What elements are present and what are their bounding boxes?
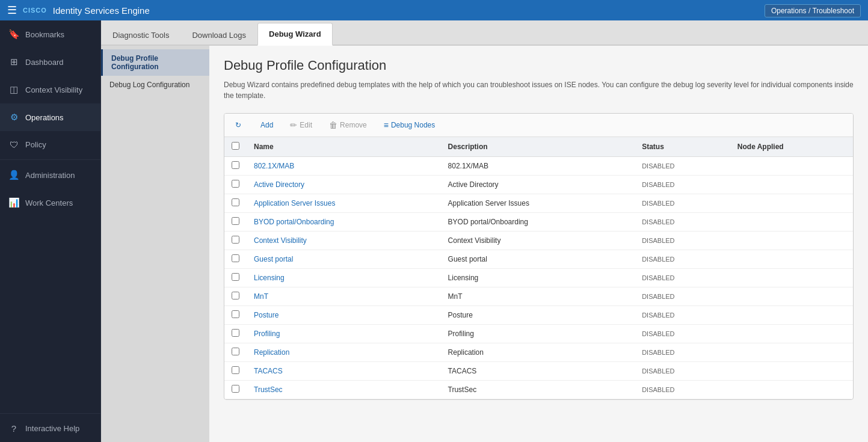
row-checkbox-cell — [224, 343, 247, 362]
content-area: Diagnostic Tools Download Logs Debug Wiz… — [101, 20, 868, 442]
sidebar-item-dashboard[interactable]: ⊞ Dashboard — [0, 48, 100, 76]
row-name[interactable]: TACACS — [247, 362, 441, 381]
row-name[interactable]: Replication — [247, 343, 441, 362]
row-name[interactable]: Application Server Issues — [247, 194, 441, 213]
row-node-applied — [730, 362, 853, 381]
row-checkbox[interactable] — [232, 217, 239, 225]
table-row: Profiling Profiling DISABLED — [224, 325, 853, 343]
th-description: Description — [441, 137, 635, 157]
row-checkbox[interactable] — [232, 254, 239, 262]
row-node-applied — [730, 306, 853, 325]
row-status: DISABLED — [635, 250, 730, 269]
row-checkbox[interactable] — [232, 198, 239, 206]
row-node-applied — [730, 176, 853, 194]
table-row: BYOD portal/Onboarding BYOD portal/Onboa… — [224, 213, 853, 232]
tab-diagnostic-tools[interactable]: Diagnostic Tools — [101, 24, 180, 46]
row-node-applied — [730, 381, 853, 399]
row-node-applied — [730, 157, 853, 176]
row-status: DISABLED — [635, 232, 730, 250]
table-row: Context Visibility Context Visibility DI… — [224, 232, 853, 250]
row-checkbox[interactable] — [232, 366, 239, 374]
refresh-button[interactable]: ↻ — [232, 119, 245, 131]
row-status: DISABLED — [635, 306, 730, 325]
row-name[interactable]: Licensing — [247, 269, 441, 287]
remove-button[interactable]: 🗑 Remove — [325, 118, 371, 132]
row-status: DISABLED — [635, 343, 730, 362]
row-checkbox[interactable] — [232, 348, 239, 355]
row-checkbox[interactable] — [232, 310, 239, 318]
operations-icon: ⚙ — [8, 112, 19, 123]
sub-sidebar-debug-log-config[interactable]: Debug Log Configuration — [101, 76, 209, 94]
sidebar-item-bookmarks[interactable]: 🔖 Bookmarks — [0, 20, 100, 48]
row-name[interactable]: Context Visibility — [247, 232, 441, 250]
row-name[interactable]: TrustSec — [247, 381, 441, 399]
sidebar-label-dashboard: Dashboard — [25, 58, 64, 67]
debug-nodes-button[interactable]: ≡ Debug Nodes — [380, 118, 439, 132]
table-row: Guest portal Guest portal DISABLED — [224, 250, 853, 269]
row-name[interactable]: Active Directory — [247, 176, 441, 194]
administration-icon: 👤 — [8, 170, 19, 180]
row-name[interactable]: Posture — [247, 306, 441, 325]
tab-bar: Diagnostic Tools Download Logs Debug Wiz… — [101, 20, 868, 46]
sidebar-item-interactive-help[interactable]: ? Interactive Help — [0, 415, 100, 442]
sidebar-item-context-visibility[interactable]: ◫ Context Visibility — [0, 76, 100, 103]
table-row: Posture Posture DISABLED — [224, 306, 853, 325]
interactive-help-icon: ? — [8, 423, 19, 434]
refresh-icon: ↻ — [235, 121, 241, 129]
tab-debug-wizard[interactable]: Debug Wizard — [257, 23, 333, 46]
remove-label: Remove — [340, 121, 367, 129]
sidebar-item-work-centers[interactable]: 📊 Work Centers — [0, 189, 100, 216]
row-description: MnT — [441, 287, 635, 306]
select-all-checkbox[interactable] — [232, 142, 239, 150]
row-description: Licensing — [441, 269, 635, 287]
th-status: Status — [635, 137, 730, 157]
debug-nodes-icon: ≡ — [384, 120, 389, 130]
row-name[interactable]: BYOD portal/Onboarding — [247, 213, 441, 232]
table-row: Application Server Issues Application Se… — [224, 194, 853, 213]
edit-label: Edit — [300, 121, 312, 129]
row-checkbox[interactable] — [232, 180, 239, 188]
sidebar-label-work-centers: Work Centers — [25, 198, 73, 207]
row-status: DISABLED — [635, 269, 730, 287]
dashboard-icon: ⊞ — [8, 57, 19, 67]
row-status: DISABLED — [635, 213, 730, 232]
sidebar-item-administration[interactable]: 👤 Administration — [0, 161, 100, 189]
row-checkbox[interactable] — [232, 161, 239, 169]
sidebar-label-bookmarks: Bookmarks — [25, 30, 64, 39]
row-description: Profiling — [441, 325, 635, 343]
sub-sidebar-debug-profile-config[interactable]: Debug Profile Configuration — [101, 49, 209, 76]
sub-content: Debug Profile Configuration Debug Log Co… — [101, 46, 868, 442]
main-panel: Debug Profile Configuration Debug Wizard… — [209, 46, 868, 442]
sub-sidebar: Debug Profile Configuration Debug Log Co… — [101, 46, 209, 442]
row-name[interactable]: Guest portal — [247, 250, 441, 269]
row-checkbox[interactable] — [232, 273, 239, 281]
row-checkbox[interactable] — [232, 385, 239, 393]
context-visibility-icon: ◫ — [8, 84, 19, 95]
row-checkbox-cell — [224, 194, 247, 213]
row-checkbox-cell — [224, 381, 247, 399]
row-description: TrustSec — [441, 381, 635, 399]
row-checkbox[interactable] — [232, 329, 239, 337]
table-header-row: Name Description Status Node Applied — [224, 137, 853, 157]
edit-icon: ✏ — [290, 120, 297, 130]
row-node-applied — [730, 213, 853, 232]
row-node-applied — [730, 194, 853, 213]
row-name[interactable]: MnT — [247, 287, 441, 306]
row-description: Application Server Issues — [441, 194, 635, 213]
row-checkbox[interactable] — [232, 292, 239, 299]
row-name[interactable]: Profiling — [247, 325, 441, 343]
sidebar-bottom-divider — [0, 413, 100, 414]
edit-button[interactable]: ✏ Edit — [286, 118, 316, 132]
sidebar-item-operations[interactable]: ⚙ Operations — [0, 103, 100, 131]
topbar-breadcrumb-area: Operations / Troubleshoot — [765, 6, 861, 15]
add-button[interactable]: Add — [257, 119, 277, 131]
table-card: ↻ Add ✏ Edit 🗑 Remove — [224, 113, 854, 400]
menu-icon[interactable]: ☰ — [7, 4, 17, 17]
topbar: ☰ CISCO Identity Services Engine Operati… — [0, 0, 868, 20]
row-node-applied — [730, 232, 853, 250]
sidebar-label-administration: Administration — [25, 171, 75, 180]
sidebar-item-policy[interactable]: 🛡 Policy — [0, 131, 100, 158]
row-name[interactable]: 802.1X/MAB — [247, 157, 441, 176]
tab-download-logs[interactable]: Download Logs — [180, 24, 257, 46]
row-checkbox[interactable] — [232, 236, 239, 244]
